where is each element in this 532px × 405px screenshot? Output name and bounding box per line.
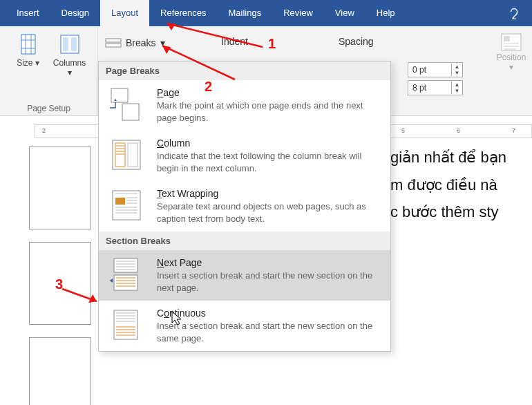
break-item-column[interactable]: Column Indicate that the text following …	[99, 131, 390, 181]
svg-rect-11	[113, 140, 140, 169]
page-thumbnail[interactable]	[29, 147, 91, 229]
tab-design[interactable]: Design	[50, 0, 100, 26]
tell-me-icon[interactable]	[507, 0, 522, 26]
break-item-next-page[interactable]: Next Page Insert a section break and sta…	[99, 250, 390, 301]
position-icon	[501, 33, 522, 51]
svg-rect-0	[21, 35, 35, 54]
break-item-title: Column	[157, 138, 381, 149]
ruler-tick: 2	[42, 127, 46, 134]
tab-insert[interactable]: Insert	[6, 0, 50, 26]
size-label: Size	[17, 58, 32, 68]
annotation-number-3: 3	[55, 276, 63, 292]
column-break-icon	[108, 138, 144, 172]
break-item-continuous[interactable]: Continuous Insert a section break and st…	[99, 301, 390, 351]
spacing-after-value: 8 pt	[408, 83, 451, 93]
break-item-desc: Insert a section break and start the new…	[157, 320, 381, 344]
svg-marker-18	[110, 279, 113, 283]
ruler-tick: 6	[457, 127, 460, 134]
svg-rect-3	[71, 37, 77, 51]
break-item-desc: Mark the point at which one page ends an…	[157, 100, 381, 124]
breaks-dropdown: Page Breaks Page Mark the point at which…	[98, 61, 391, 352]
break-item-title: Continuous	[157, 308, 381, 319]
tab-layout[interactable]: Layout	[100, 0, 149, 26]
annotation-number-2: 2	[205, 79, 212, 95]
next-page-break-icon	[108, 257, 144, 292]
ruler-tick: 7	[512, 127, 515, 134]
indent-group-label: Indent	[221, 36, 248, 47]
svg-rect-7	[504, 36, 510, 41]
group-page-setup-label: Page Setup	[0, 104, 97, 113]
breaks-icon	[105, 38, 122, 48]
tab-review[interactable]: Review	[272, 0, 324, 26]
break-item-desc: Separate text around objects on web page…	[157, 200, 381, 225]
break-item-desc: Insert a section break and start the new…	[157, 270, 381, 294]
size-chevron-icon: ▾	[35, 58, 39, 68]
break-item-page[interactable]: Page Mark the point at which one page en…	[99, 80, 390, 131]
svg-rect-4	[106, 39, 121, 42]
breaks-button[interactable]: Breaks ▾	[102, 36, 168, 50]
break-item-title: Next Page	[157, 257, 381, 268]
tab-mailings[interactable]: Mailings	[218, 0, 273, 26]
size-button[interactable]: Size ▾	[12, 33, 45, 77]
breaks-chevron-icon: ▾	[160, 37, 165, 48]
svg-rect-15	[115, 198, 125, 205]
section-breaks-header: Section Breaks	[99, 232, 390, 250]
tab-view[interactable]: View	[324, 0, 365, 26]
position-label: Position	[497, 53, 526, 62]
break-item-title: Text Wrapping	[157, 188, 381, 199]
text-wrapping-break-icon	[108, 188, 144, 223]
stepper-arrows-icon[interactable]: ▲▼	[451, 82, 462, 94]
svg-rect-5	[106, 44, 121, 47]
page-break-icon	[108, 87, 144, 122]
columns-label: Columns	[53, 58, 86, 68]
spacing-before-value: 0 pt	[408, 65, 451, 75]
spacing-group-label: Spacing	[339, 36, 374, 47]
position-chevron-icon: ▾	[509, 62, 513, 72]
position-button[interactable]: Position ▾	[493, 33, 529, 72]
svg-rect-9	[122, 104, 139, 120]
ribbon-tabbar: Insert Design Layout References Mailings…	[0, 0, 532, 26]
break-item-title: Page	[157, 87, 381, 98]
columns-chevron-icon: ▾	[68, 68, 72, 77]
svg-rect-14	[113, 191, 140, 220]
columns-button[interactable]: Columns ▾	[53, 33, 86, 77]
tab-references[interactable]: References	[149, 0, 217, 26]
ruler-tick: 5	[401, 127, 405, 134]
mouse-cursor-icon	[171, 311, 184, 326]
svg-rect-8	[111, 88, 128, 102]
breaks-label: Breaks	[126, 37, 156, 48]
continuous-break-icon	[108, 308, 144, 342]
page-thumbnail[interactable]	[29, 337, 91, 405]
spacing-before-input[interactable]: 0 pt ▲▼	[408, 62, 463, 77]
break-item-desc: Indicate that the text following the col…	[157, 150, 381, 174]
svg-marker-26	[172, 312, 181, 325]
document-body[interactable]: giản nhất để bạn m được điều nà c bước t…	[390, 144, 506, 226]
stepper-arrows-icon[interactable]: ▲▼	[451, 64, 462, 76]
annotation-number-1: 1	[268, 36, 276, 52]
svg-rect-17	[114, 275, 137, 290]
page-breaks-header: Page Breaks	[99, 62, 390, 80]
spacing-after-input[interactable]: 8 pt ▲▼	[408, 80, 463, 95]
group-page-setup: Size ▾ Columns ▾ Page Setup	[0, 26, 98, 116]
svg-rect-16	[114, 258, 137, 272]
tab-help[interactable]: Help	[365, 0, 406, 26]
break-item-text-wrapping[interactable]: Text Wrapping Separate text around objec…	[99, 181, 390, 232]
svg-rect-2	[63, 37, 68, 51]
